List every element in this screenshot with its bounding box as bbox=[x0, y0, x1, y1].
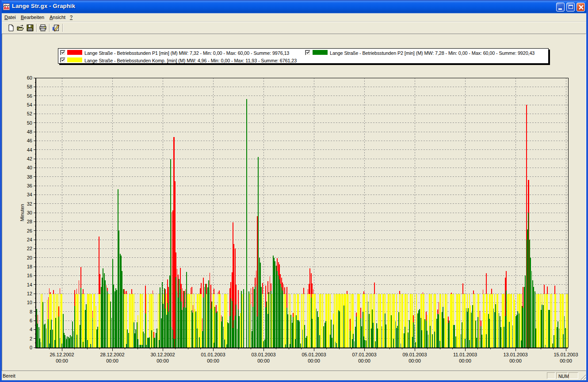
svg-text:58: 58 bbox=[27, 84, 32, 89]
svg-text:05.01.2003: 05.01.2003 bbox=[302, 352, 326, 357]
svg-text:16: 16 bbox=[27, 273, 32, 278]
svg-text:30.12.2002: 30.12.2002 bbox=[150, 352, 175, 357]
svg-text:28: 28 bbox=[27, 219, 32, 224]
svg-text:38: 38 bbox=[27, 174, 32, 180]
svg-text:4: 4 bbox=[30, 327, 32, 332]
svg-text:32: 32 bbox=[27, 201, 32, 206]
svg-text:8: 8 bbox=[30, 309, 32, 314]
svg-text:48: 48 bbox=[27, 129, 32, 134]
svg-text:26.12.2002: 26.12.2002 bbox=[50, 352, 74, 357]
svg-text:54: 54 bbox=[27, 102, 32, 107]
svg-text:00:00: 00:00 bbox=[560, 358, 572, 363]
svg-text:24: 24 bbox=[27, 237, 32, 242]
svg-text:42: 42 bbox=[27, 156, 32, 161]
svg-text:2: 2 bbox=[30, 336, 32, 341]
svg-text:52: 52 bbox=[27, 111, 32, 116]
svg-text:36: 36 bbox=[27, 183, 32, 188]
svg-text:03.01.2003: 03.01.2003 bbox=[251, 352, 275, 357]
svg-text:00:00: 00:00 bbox=[509, 358, 522, 363]
svg-text:46: 46 bbox=[27, 138, 32, 143]
svg-text:00:00: 00:00 bbox=[459, 358, 471, 363]
svg-text:20: 20 bbox=[27, 255, 32, 260]
svg-text:10: 10 bbox=[27, 300, 32, 305]
svg-text:07.01.2003: 07.01.2003 bbox=[352, 352, 376, 357]
svg-text:6: 6 bbox=[30, 318, 32, 323]
svg-text:00:00: 00:00 bbox=[257, 358, 270, 363]
svg-text:01.01.2003: 01.01.2003 bbox=[201, 352, 225, 357]
svg-text:56: 56 bbox=[27, 93, 32, 99]
svg-text:50: 50 bbox=[27, 120, 32, 126]
svg-text:00:00: 00:00 bbox=[358, 358, 370, 363]
svg-text:26: 26 bbox=[27, 228, 32, 233]
svg-text:00:00: 00:00 bbox=[56, 358, 68, 363]
svg-text:44: 44 bbox=[27, 147, 32, 153]
svg-text:00:00: 00:00 bbox=[157, 358, 169, 363]
svg-text:34: 34 bbox=[27, 192, 32, 197]
svg-text:12: 12 bbox=[27, 291, 32, 296]
svg-text:60: 60 bbox=[27, 75, 32, 80]
svg-text:00:00: 00:00 bbox=[106, 358, 118, 363]
svg-text:18: 18 bbox=[27, 264, 32, 269]
svg-text:00:00: 00:00 bbox=[207, 358, 219, 363]
svg-text:11.01.2003: 11.01.2003 bbox=[453, 352, 477, 357]
svg-text:30: 30 bbox=[27, 210, 32, 215]
svg-text:0: 0 bbox=[30, 345, 32, 350]
svg-text:00:00: 00:00 bbox=[308, 358, 320, 363]
svg-text:14: 14 bbox=[27, 282, 32, 287]
svg-text:09.01.2003: 09.01.2003 bbox=[402, 352, 427, 357]
svg-text:00:00: 00:00 bbox=[409, 358, 421, 363]
svg-text:28.12.2002: 28.12.2002 bbox=[100, 352, 124, 357]
svg-text:Minuten: Minuten bbox=[19, 204, 25, 221]
svg-text:13.01.2003: 13.01.2003 bbox=[503, 352, 527, 357]
svg-text:22: 22 bbox=[27, 246, 32, 251]
svg-text:15.01.2003: 15.01.2003 bbox=[554, 352, 578, 357]
svg-text:40: 40 bbox=[27, 165, 32, 170]
